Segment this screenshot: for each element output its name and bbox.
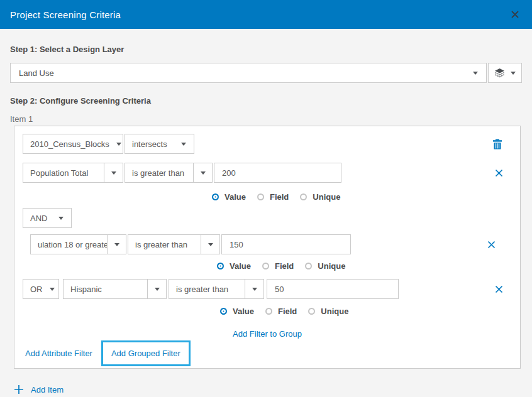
- add-icon: [14, 384, 24, 394]
- remove-filter-button-3[interactable]: [495, 285, 503, 293]
- design-layer-value: Land Use: [19, 68, 54, 78]
- item-panel: 2010_Census_Blocks intersects: [14, 126, 521, 369]
- radio-field-2[interactable]: Field: [262, 261, 294, 271]
- group-logic-dropdown[interactable]: AND: [23, 208, 72, 228]
- add-attribute-filter-link[interactable]: Add Attribute Filter: [25, 349, 92, 358]
- step1-label: Step 1: Select a Design Layer: [10, 45, 522, 54]
- remove-filter-button-1[interactable]: [495, 169, 503, 177]
- add-grouped-filter-link[interactable]: Add Grouped Filter: [111, 349, 180, 358]
- logic-value-3: OR: [23, 285, 50, 294]
- layer-options-button[interactable]: [488, 63, 522, 83]
- operator-value-1: is greater than: [125, 163, 193, 182]
- spatial-operator-value: intersects: [125, 139, 174, 149]
- radio-unselected-icon: [308, 308, 315, 315]
- chevron-down-icon: [193, 163, 212, 182]
- remove-icon: [495, 285, 503, 293]
- radio-unselected-icon: [305, 263, 312, 269]
- radio-label: Unique: [313, 192, 340, 202]
- attribute-filter-row-2: ulation 18 or greater is greater than: [30, 234, 512, 254]
- value-input-1[interactable]: [214, 163, 341, 183]
- dialog-header: Project Screening Criteria: [0, 0, 532, 29]
- add-filter-to-group-row: Add Filter to Group: [23, 329, 512, 339]
- spatial-filter-row: 2010_Census_Blocks intersects: [23, 134, 512, 154]
- radio-label: Unique: [318, 261, 345, 271]
- value-input-3[interactable]: [267, 279, 399, 299]
- group-logic-row: AND: [23, 208, 512, 228]
- remove-icon: [495, 169, 503, 177]
- mode-radio-group-3: Value Field Unique: [220, 306, 512, 317]
- field-value-1: Population Total: [23, 163, 104, 182]
- item-layer-dropdown[interactable]: 2010_Census_Blocks: [23, 134, 123, 154]
- trash-icon: [492, 139, 502, 150]
- operator-value-3: is greater than: [169, 280, 245, 298]
- operator-dropdown-2[interactable]: is greater than: [128, 234, 220, 254]
- item-label: Item 1: [10, 114, 522, 124]
- radio-unique-2[interactable]: Unique: [305, 261, 345, 271]
- field-dropdown-1[interactable]: Population Total: [23, 163, 123, 183]
- attribute-filter-row-3: OR Hispanic is greater than: [23, 279, 512, 299]
- radio-field-1[interactable]: Field: [257, 192, 289, 202]
- attribute-filter-row-1: Population Total is greater than: [23, 163, 512, 183]
- radio-label: Field: [270, 192, 289, 202]
- logic-dropdown-3[interactable]: OR: [23, 279, 59, 299]
- radio-selected-icon: [217, 263, 224, 269]
- radio-value-3[interactable]: Value: [220, 307, 254, 316]
- radio-selected-icon: [220, 308, 227, 315]
- radio-unselected-icon: [265, 308, 272, 315]
- radio-label: Value: [230, 261, 251, 271]
- step2-label: Step 2: Configure Screening Criteria: [10, 96, 522, 106]
- layers-icon: [494, 68, 505, 78]
- chevron-down-icon: [473, 72, 478, 75]
- radio-label: Value: [224, 192, 246, 202]
- dialog-title: Project Screening Criteria: [10, 9, 121, 20]
- chevron-down-icon: [50, 288, 55, 291]
- group-logic-value: AND: [23, 214, 54, 223]
- radio-label: Unique: [321, 307, 348, 316]
- operator-dropdown-1[interactable]: is greater than: [125, 163, 213, 183]
- delete-item-button[interactable]: [492, 139, 502, 150]
- radio-unique-3[interactable]: Unique: [308, 307, 348, 316]
- design-layer-row: Land Use: [10, 63, 522, 83]
- radio-unselected-icon: [257, 193, 264, 200]
- spatial-operator-dropdown[interactable]: intersects: [125, 134, 194, 154]
- item-layer-value: 2010_Census_Blocks: [23, 139, 116, 149]
- add-filter-to-group-link[interactable]: Add Filter to Group: [233, 329, 302, 339]
- dialog-body: Step 1: Select a Design Layer Land Use S…: [0, 45, 532, 394]
- radio-field-3[interactable]: Field: [265, 307, 297, 316]
- field-value-3: Hispanic: [64, 280, 147, 298]
- add-item-label: Add Item: [31, 385, 64, 394]
- remove-icon: [487, 241, 496, 249]
- radio-unselected-icon: [300, 193, 307, 200]
- chevron-down-icon: [104, 163, 123, 182]
- chevron-down-icon: [201, 235, 219, 254]
- close-icon[interactable]: [508, 8, 522, 21]
- chevron-down-icon: [181, 143, 186, 146]
- radio-unselected-icon: [262, 263, 269, 269]
- radio-value-1[interactable]: Value: [212, 192, 246, 202]
- radio-selected-icon: [212, 193, 219, 200]
- radio-label: Field: [278, 307, 297, 316]
- focus-outline: Add Grouped Filter: [101, 340, 191, 366]
- operator-dropdown-3[interactable]: is greater than: [169, 279, 264, 299]
- radio-unique-1[interactable]: Unique: [300, 192, 340, 202]
- chevron-down-icon: [511, 72, 516, 75]
- design-layer-select[interactable]: Land Use: [10, 63, 487, 83]
- operator-value-2: is greater than: [128, 235, 201, 254]
- radio-label: Field: [275, 261, 294, 271]
- chevron-down-icon: [245, 280, 263, 298]
- add-item-button[interactable]: Add Item: [14, 384, 522, 394]
- chevron-down-icon: [58, 217, 64, 220]
- radio-label: Value: [233, 307, 254, 316]
- chevron-down-icon: [107, 235, 126, 254]
- chevron-down-icon: [116, 143, 121, 146]
- chevron-down-icon: [147, 280, 166, 298]
- mode-radio-group-1: Value Field Unique: [212, 192, 512, 202]
- remove-filter-button-2[interactable]: [487, 241, 496, 249]
- radio-value-2[interactable]: Value: [217, 261, 251, 271]
- field-dropdown-2[interactable]: ulation 18 or greater: [30, 234, 126, 254]
- field-value-2: ulation 18 or greater: [31, 235, 107, 254]
- mode-radio-group-2: Value Field Unique: [217, 261, 512, 271]
- value-input-2[interactable]: [221, 234, 351, 254]
- field-dropdown-3[interactable]: Hispanic: [63, 279, 167, 299]
- filter-actions-row: Add Attribute Filter Add Grouped Filter: [23, 339, 512, 367]
